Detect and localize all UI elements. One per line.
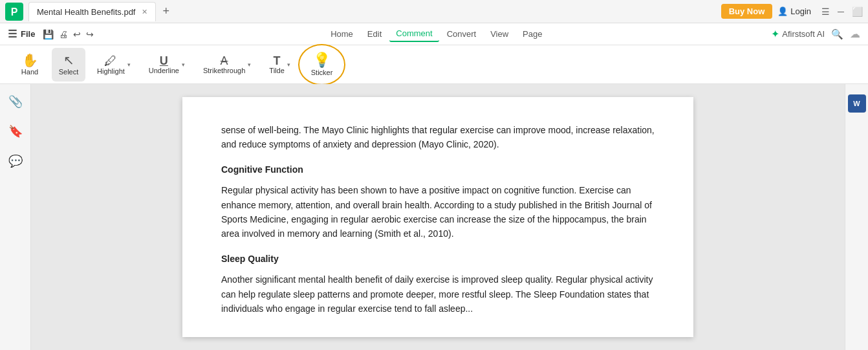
hand-icon: ✋ (22, 54, 38, 67)
strikethrough-dropdown-arrow[interactable]: ▾ (248, 61, 251, 68)
hamburger-icon: ☰ (8, 28, 17, 40)
strikethrough-tool-label: Strikethrough (203, 67, 245, 74)
tilde-tool-button[interactable]: T Tilde ▾ (263, 48, 296, 82)
window-controls: ☰ ─ ⬜ (821, 6, 863, 17)
underline-tool-button[interactable]: U Underline ▾ (142, 48, 191, 82)
hand-tool-label: Hand (21, 68, 38, 76)
sidebar-bookmark-icon[interactable]: 🔖 (6, 122, 25, 141)
user-icon: 👤 (777, 6, 788, 16)
main-area: 📎 🔖 💬 sense of well-being. The Mayo Clin… (0, 84, 868, 350)
tab-edit[interactable]: Edit (361, 27, 388, 41)
underline-icon: U (160, 55, 168, 67)
cloud-icon[interactable]: ☁ (850, 28, 860, 40)
highlight-icon: 🖊 (104, 54, 117, 67)
highlight-tool-button[interactable]: 🖊 Highlight ▾ (91, 48, 137, 82)
menu-tabs: Home Edit Comment Convert View Page (104, 26, 768, 42)
underline-tool-label: Underline (149, 67, 179, 74)
ai-star-icon: ✦ (771, 28, 779, 40)
toolbar: ✋ Hand ↖ Select 🖊 Highlight ▾ U Underlin… (0, 45, 868, 84)
pdf-paragraph-1: sense of well-being. The Mayo Clinic hig… (221, 123, 655, 152)
menu-right: ✦ Afirstsoft AI 🔍 ☁ (771, 28, 860, 40)
tab-label: Mental Health Benefits.pdf (37, 7, 135, 17)
app-logo: P (5, 3, 23, 21)
tab-comment[interactable]: Comment (389, 26, 439, 42)
underline-dropdown-arrow[interactable]: ▾ (182, 61, 185, 68)
ai-button[interactable]: ✦ Afirstsoft AI (771, 28, 825, 40)
undo-icon[interactable]: ↩ (73, 29, 81, 39)
maximize-button[interactable]: ⬜ (852, 6, 863, 17)
new-tab-button[interactable]: + (158, 5, 173, 18)
sidebar-comment-icon[interactable]: 💬 (6, 151, 25, 171)
minimize-button[interactable]: ─ (838, 6, 844, 17)
tab-convert[interactable]: Convert (440, 27, 483, 41)
menu-icons: 💾 🖨 ↩ ↪ (43, 29, 94, 39)
active-tab[interactable]: Mental Health Benefits.pdf ✕ (28, 2, 156, 21)
pdf-viewer: sense of well-being. The Mayo Clinic hig… (31, 84, 845, 350)
pdf-page: sense of well-being. The Mayo Clinic hig… (182, 97, 693, 337)
hand-tool-button[interactable]: ✋ Hand (13, 48, 47, 82)
tilde-tool-label: Tilde (269, 67, 284, 74)
save-icon[interactable]: 💾 (43, 29, 54, 39)
pdf-paragraph-3: Another significant mental health benefi… (221, 272, 655, 316)
strikethrough-tool-button[interactable]: A Strikethrough ▾ (197, 48, 257, 82)
sticker-icon: 💡 (313, 53, 331, 67)
strikethrough-icon: A (221, 55, 228, 67)
login-button[interactable]: 👤 Login (777, 6, 811, 16)
pdf-heading-2: Sleep Quality (221, 252, 655, 266)
word-button[interactable]: W (848, 94, 866, 113)
tab-page[interactable]: Page (516, 27, 548, 41)
pdf-heading-1: Cognitive Function (221, 162, 655, 177)
tilde-icon: T (274, 55, 281, 67)
highlight-dropdown-arrow[interactable]: ▾ (127, 61, 131, 68)
tab-view[interactable]: View (484, 27, 515, 41)
highlight-tool-label: Highlight (97, 67, 125, 75)
file-menu[interactable]: ☰ File (8, 28, 35, 40)
right-sidebar: W (845, 84, 868, 350)
print-icon[interactable]: 🖨 (59, 29, 68, 39)
title-bar: P Mental Health Benefits.pdf ✕ + Buy Now… (0, 0, 868, 23)
hamburger-menu[interactable]: ☰ (821, 6, 830, 17)
title-bar-right: Buy Now 👤 Login ☰ ─ ⬜ (721, 4, 863, 19)
redo-icon[interactable]: ↪ (86, 29, 94, 39)
sticker-tool-button[interactable]: 💡 Sticker (305, 48, 340, 82)
tab-close-button[interactable]: ✕ (142, 8, 147, 16)
select-icon: ↖ (63, 54, 74, 67)
tilde-dropdown-arrow[interactable]: ▾ (287, 61, 290, 68)
select-tool-label: Select (59, 68, 79, 76)
select-tool-button[interactable]: ↖ Select (52, 48, 85, 82)
buy-now-button[interactable]: Buy Now (721, 4, 773, 19)
pdf-paragraph-2: Regular physical activity has been shown… (221, 183, 655, 241)
sidebar-attachment-icon[interactable]: 📎 (6, 92, 25, 111)
tab-area: Mental Health Benefits.pdf ✕ + (28, 2, 716, 21)
menu-bar: ☰ File 💾 🖨 ↩ ↪ Home Edit Comment Convert… (0, 23, 868, 45)
left-sidebar: 📎 🔖 💬 (0, 84, 31, 350)
search-button[interactable]: 🔍 (831, 28, 843, 40)
svg-text:P: P (11, 6, 18, 17)
tab-home[interactable]: Home (324, 27, 360, 41)
sticker-tool-label: Sticker (311, 69, 333, 76)
